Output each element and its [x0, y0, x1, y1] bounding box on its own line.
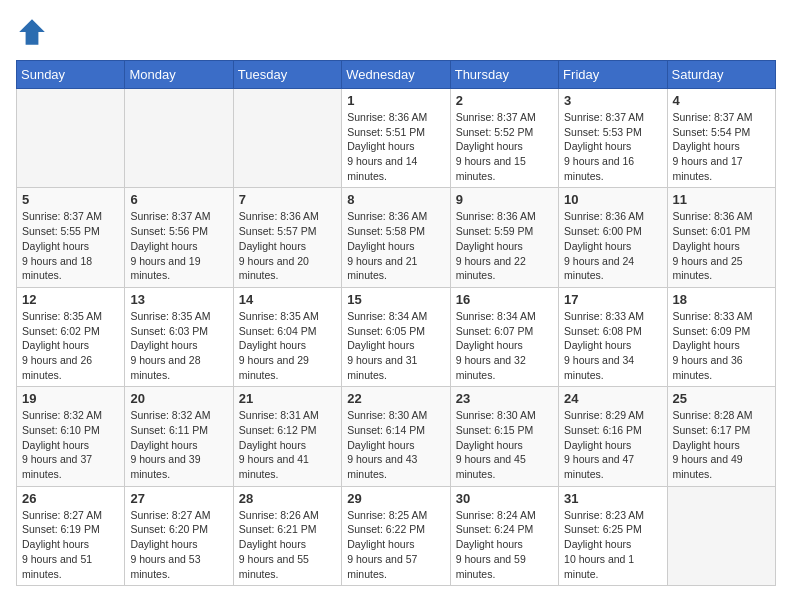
- daylight-label: Daylight hours: [673, 339, 740, 351]
- cell-info: Sunrise: 8:36 AM Sunset: 5:57 PM Dayligh…: [239, 209, 336, 282]
- day-number: 24: [564, 391, 661, 406]
- sunrise-label: Sunrise: 8:36 AM: [456, 210, 536, 222]
- daylight-value: 9 hours and 49 minutes.: [673, 453, 743, 480]
- day-number: 10: [564, 192, 661, 207]
- sunset-label: Sunset: 6:09 PM: [673, 325, 751, 337]
- sunrise-label: Sunrise: 8:37 AM: [22, 210, 102, 222]
- daylight-value: 9 hours and 51 minutes.: [22, 553, 92, 580]
- sunrise-label: Sunrise: 8:25 AM: [347, 509, 427, 521]
- calendar-cell: 22 Sunrise: 8:30 AM Sunset: 6:14 PM Dayl…: [342, 387, 450, 486]
- daylight-label: Daylight hours: [564, 240, 631, 252]
- sunset-label: Sunset: 5:55 PM: [22, 225, 100, 237]
- daylight-value: 9 hours and 14 minutes.: [347, 155, 417, 182]
- daylight-value: 9 hours and 21 minutes.: [347, 255, 417, 282]
- page-header: [16, 16, 776, 48]
- calendar-cell: 25 Sunrise: 8:28 AM Sunset: 6:17 PM Dayl…: [667, 387, 775, 486]
- daylight-value: 9 hours and 59 minutes.: [456, 553, 526, 580]
- day-number: 29: [347, 491, 444, 506]
- calendar-week-row: 19 Sunrise: 8:32 AM Sunset: 6:10 PM Dayl…: [17, 387, 776, 486]
- day-number: 26: [22, 491, 119, 506]
- sunset-label: Sunset: 5:58 PM: [347, 225, 425, 237]
- sunset-label: Sunset: 6:15 PM: [456, 424, 534, 436]
- sunset-label: Sunset: 6:07 PM: [456, 325, 534, 337]
- daylight-label: Daylight hours: [456, 240, 523, 252]
- daylight-label: Daylight hours: [239, 538, 306, 550]
- sunset-label: Sunset: 6:25 PM: [564, 523, 642, 535]
- daylight-label: Daylight hours: [347, 339, 414, 351]
- sunset-label: Sunset: 6:10 PM: [22, 424, 100, 436]
- cell-info: Sunrise: 8:30 AM Sunset: 6:15 PM Dayligh…: [456, 408, 553, 481]
- calendar-cell: 20 Sunrise: 8:32 AM Sunset: 6:11 PM Dayl…: [125, 387, 233, 486]
- calendar-cell: 30 Sunrise: 8:24 AM Sunset: 6:24 PM Dayl…: [450, 486, 558, 585]
- cell-info: Sunrise: 8:26 AM Sunset: 6:21 PM Dayligh…: [239, 508, 336, 581]
- sunset-label: Sunset: 6:14 PM: [347, 424, 425, 436]
- sunrise-label: Sunrise: 8:32 AM: [130, 409, 210, 421]
- calendar-cell: 28 Sunrise: 8:26 AM Sunset: 6:21 PM Dayl…: [233, 486, 341, 585]
- sunrise-label: Sunrise: 8:36 AM: [347, 210, 427, 222]
- cell-info: Sunrise: 8:37 AM Sunset: 5:55 PM Dayligh…: [22, 209, 119, 282]
- day-number: 28: [239, 491, 336, 506]
- sunset-label: Sunset: 6:22 PM: [347, 523, 425, 535]
- day-number: 12: [22, 292, 119, 307]
- sunrise-label: Sunrise: 8:37 AM: [673, 111, 753, 123]
- calendar-cell: 2 Sunrise: 8:37 AM Sunset: 5:52 PM Dayli…: [450, 89, 558, 188]
- cell-info: Sunrise: 8:35 AM Sunset: 6:02 PM Dayligh…: [22, 309, 119, 382]
- calendar-cell: 6 Sunrise: 8:37 AM Sunset: 5:56 PM Dayli…: [125, 188, 233, 287]
- sunrise-label: Sunrise: 8:37 AM: [564, 111, 644, 123]
- sunrise-label: Sunrise: 8:37 AM: [130, 210, 210, 222]
- cell-info: Sunrise: 8:37 AM Sunset: 5:52 PM Dayligh…: [456, 110, 553, 183]
- daylight-label: Daylight hours: [22, 240, 89, 252]
- sunset-label: Sunset: 6:24 PM: [456, 523, 534, 535]
- cell-info: Sunrise: 8:24 AM Sunset: 6:24 PM Dayligh…: [456, 508, 553, 581]
- daylight-label: Daylight hours: [564, 538, 631, 550]
- sunrise-label: Sunrise: 8:30 AM: [456, 409, 536, 421]
- daylight-value: 9 hours and 36 minutes.: [673, 354, 743, 381]
- sunset-label: Sunset: 5:51 PM: [347, 126, 425, 138]
- day-number: 14: [239, 292, 336, 307]
- sunset-label: Sunset: 5:52 PM: [456, 126, 534, 138]
- day-number: 15: [347, 292, 444, 307]
- sunrise-label: Sunrise: 8:34 AM: [347, 310, 427, 322]
- day-number: 18: [673, 292, 770, 307]
- day-number: 31: [564, 491, 661, 506]
- cell-info: Sunrise: 8:31 AM Sunset: 6:12 PM Dayligh…: [239, 408, 336, 481]
- calendar-day-header: Thursday: [450, 61, 558, 89]
- daylight-value: 9 hours and 37 minutes.: [22, 453, 92, 480]
- cell-info: Sunrise: 8:36 AM Sunset: 5:58 PM Dayligh…: [347, 209, 444, 282]
- cell-info: Sunrise: 8:33 AM Sunset: 6:08 PM Dayligh…: [564, 309, 661, 382]
- cell-info: Sunrise: 8:37 AM Sunset: 5:56 PM Dayligh…: [130, 209, 227, 282]
- calendar-day-header: Monday: [125, 61, 233, 89]
- calendar-cell: 13 Sunrise: 8:35 AM Sunset: 6:03 PM Dayl…: [125, 287, 233, 386]
- daylight-label: Daylight hours: [347, 538, 414, 550]
- calendar-cell: 9 Sunrise: 8:36 AM Sunset: 5:59 PM Dayli…: [450, 188, 558, 287]
- sunrise-label: Sunrise: 8:28 AM: [673, 409, 753, 421]
- sunrise-label: Sunrise: 8:24 AM: [456, 509, 536, 521]
- daylight-value: 9 hours and 20 minutes.: [239, 255, 309, 282]
- sunset-label: Sunset: 6:04 PM: [239, 325, 317, 337]
- daylight-label: Daylight hours: [130, 240, 197, 252]
- calendar-cell: 1 Sunrise: 8:36 AM Sunset: 5:51 PM Dayli…: [342, 89, 450, 188]
- daylight-value: 9 hours and 16 minutes.: [564, 155, 634, 182]
- calendar-day-header: Friday: [559, 61, 667, 89]
- daylight-label: Daylight hours: [456, 538, 523, 550]
- sunrise-label: Sunrise: 8:30 AM: [347, 409, 427, 421]
- cell-info: Sunrise: 8:36 AM Sunset: 6:01 PM Dayligh…: [673, 209, 770, 282]
- sunrise-label: Sunrise: 8:36 AM: [673, 210, 753, 222]
- sunrise-label: Sunrise: 8:36 AM: [239, 210, 319, 222]
- sunrise-label: Sunrise: 8:29 AM: [564, 409, 644, 421]
- sunset-label: Sunset: 5:53 PM: [564, 126, 642, 138]
- daylight-label: Daylight hours: [456, 339, 523, 351]
- calendar-cell: 26 Sunrise: 8:27 AM Sunset: 6:19 PM Dayl…: [17, 486, 125, 585]
- sunrise-label: Sunrise: 8:37 AM: [456, 111, 536, 123]
- day-number: 5: [22, 192, 119, 207]
- calendar-day-header: Sunday: [17, 61, 125, 89]
- day-number: 20: [130, 391, 227, 406]
- day-number: 21: [239, 391, 336, 406]
- daylight-label: Daylight hours: [564, 339, 631, 351]
- daylight-label: Daylight hours: [130, 538, 197, 550]
- day-number: 17: [564, 292, 661, 307]
- sunset-label: Sunset: 5:56 PM: [130, 225, 208, 237]
- daylight-value: 9 hours and 34 minutes.: [564, 354, 634, 381]
- calendar-cell: 14 Sunrise: 8:35 AM Sunset: 6:04 PM Dayl…: [233, 287, 341, 386]
- daylight-value: 9 hours and 32 minutes.: [456, 354, 526, 381]
